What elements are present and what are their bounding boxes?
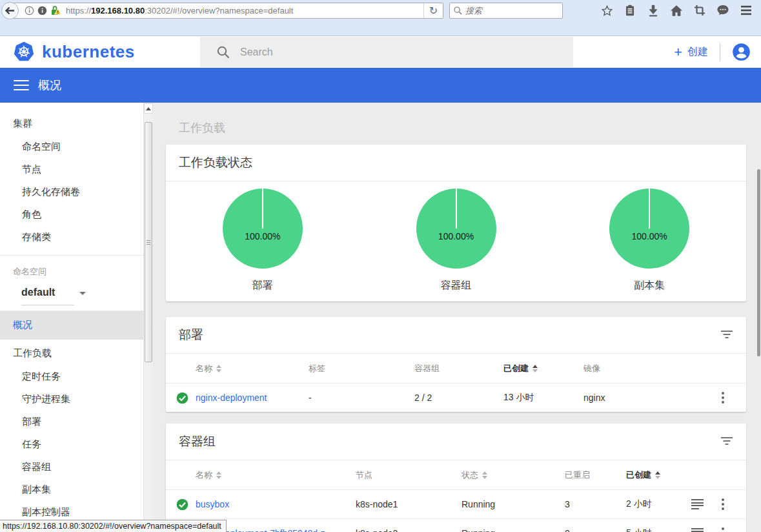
sidebar-item-nodes[interactable]: 节点 xyxy=(0,158,143,181)
pie-graphic: 100.00% xyxy=(609,189,689,269)
status-ok-icon xyxy=(176,392,188,404)
search-icon xyxy=(217,46,230,59)
brand-name: kubernetes xyxy=(42,42,135,62)
column-header-name[interactable]: 名称 xyxy=(196,469,356,481)
sort-icon-active xyxy=(533,365,538,373)
pod-node: k8s-node2 xyxy=(356,528,462,532)
bookmark-star-icon[interactable] xyxy=(600,3,614,17)
info-outline-icon[interactable] xyxy=(25,6,34,15)
sidebar-item-namespaces[interactable]: 命名空间 xyxy=(0,136,143,158)
create-button[interactable]: + 创建 xyxy=(674,45,708,59)
column-header-status[interactable]: 状态 xyxy=(462,469,565,481)
column-header-created[interactable]: 已创建 xyxy=(626,469,684,481)
pod-node: k8s-node1 xyxy=(356,499,462,509)
chat-bubble-icon[interactable] xyxy=(716,3,730,17)
pod-name-link[interactable]: busybox xyxy=(196,499,356,509)
pod-row: nginx-deployment-7bfb85948d-z… k8s-node2… xyxy=(166,518,746,532)
column-header-labels[interactable]: 标签 xyxy=(309,363,414,374)
pie-chart-label: 容器组 xyxy=(441,279,472,292)
sidebar-header-cluster: 集群 xyxy=(0,112,143,136)
downloads-icon[interactable] xyxy=(646,3,660,17)
logs-icon[interactable] xyxy=(691,526,704,532)
browser-search-input[interactable] xyxy=(465,6,543,15)
browser-search-box[interactable] xyxy=(449,3,563,19)
scroll-up-button[interactable] xyxy=(144,103,153,114)
column-header-created[interactable]: 已创建 xyxy=(503,363,583,374)
header-divider xyxy=(720,43,720,61)
search-icon xyxy=(454,6,462,15)
scrollbar-grip xyxy=(147,239,150,246)
sort-icon xyxy=(482,471,487,479)
sidebar-item-storage-classes[interactable]: 存储类 xyxy=(0,226,143,249)
column-header-pods[interactable]: 容器组 xyxy=(414,363,503,374)
url-bar[interactable]: https://192.168.10.80:30202/#!/overview?… xyxy=(10,3,443,19)
browser-menu-icon[interactable] xyxy=(739,3,753,17)
sidebar: 集群 命名空间 节点 持久化存储卷 角色 存储类 命名空间 default 概况… xyxy=(0,103,143,532)
sidebar-item-daemon-sets[interactable]: 守护进程集 xyxy=(0,388,143,411)
sort-icon xyxy=(216,471,221,479)
url-path: :30202/#!/overview?namespace=default xyxy=(145,6,293,15)
deployment-images: nginx xyxy=(583,393,710,403)
sort-icon-active xyxy=(655,471,660,479)
sidebar-item-overview[interactable]: 概况 xyxy=(0,311,143,340)
scrollbar-thumb[interactable] xyxy=(145,122,152,362)
pie-graphic: 100.00% xyxy=(223,189,303,269)
pods-card-title: 容器组 xyxy=(179,433,216,450)
deployment-pods: 2 / 2 xyxy=(414,393,503,403)
column-header-node[interactable]: 节点 xyxy=(356,469,462,481)
row-menu-icon[interactable] xyxy=(722,498,724,510)
url-text: https://192.168.10.80:30202/#!/overview?… xyxy=(66,6,423,15)
pods-table-header: 名称 节点 状态 已重启 已创建 xyxy=(166,460,746,490)
deployments-card: 部署 名称 标签 容器组 已创建 镜像 xyxy=(166,317,746,412)
k8s-brand[interactable]: kubernetes xyxy=(0,41,200,63)
page-header-title: 概况 xyxy=(38,77,61,93)
namespace-select[interactable]: default xyxy=(0,284,143,298)
screenshot-crop-icon[interactable] xyxy=(693,3,707,17)
account-icon[interactable] xyxy=(732,43,751,61)
dashboard-search-input[interactable] xyxy=(240,46,511,58)
app-bar: 概况 xyxy=(0,68,761,103)
row-menu-icon[interactable] xyxy=(722,527,724,532)
sidebar-item-roles[interactable]: 角色 xyxy=(0,203,143,226)
pods-card: 容器组 名称 节点 状态 已重启 已创建 xyxy=(166,424,746,532)
content-scrollbar-thumb[interactable] xyxy=(757,169,760,356)
column-header-name[interactable]: 名称 xyxy=(196,363,309,374)
sidebar-scrollbar[interactable] xyxy=(143,103,153,532)
nav-menu-icon[interactable] xyxy=(14,77,29,94)
bookmarks-menu-icon[interactable] xyxy=(623,3,637,17)
column-header-images[interactable]: 镜像 xyxy=(583,363,710,374)
pod-restarts: 0 xyxy=(565,528,626,532)
namespace-select-underline xyxy=(21,305,74,305)
sidebar-item-cron-jobs[interactable]: 定时任务 xyxy=(0,365,143,388)
logs-icon[interactable] xyxy=(691,498,704,511)
deployment-name-link[interactable]: nginx-deployment xyxy=(196,393,309,403)
filter-icon[interactable] xyxy=(720,437,733,446)
sort-icon xyxy=(216,365,221,373)
back-button[interactable] xyxy=(1,2,19,19)
permissions-info-icon[interactable] xyxy=(37,6,47,15)
pod-status: Running xyxy=(462,499,565,509)
deployment-row: nginx-deployment - 2 / 2 13 小时 nginx xyxy=(166,384,746,412)
pie-boundary-line xyxy=(262,189,263,229)
mixed-content-lock-icon[interactable] xyxy=(50,5,61,15)
pod-restarts: 3 xyxy=(565,499,626,509)
sidebar-header-workloads[interactable]: 工作负载 xyxy=(0,340,143,365)
column-header-restarts[interactable]: 已重启 xyxy=(565,469,626,481)
sidebar-item-replica-sets[interactable]: 副本集 xyxy=(0,478,143,501)
namespace-selected-value: default xyxy=(21,287,55,298)
back-arrow-icon xyxy=(5,6,15,15)
deployment-labels: - xyxy=(309,393,414,403)
sidebar-item-jobs[interactable]: 任务 xyxy=(0,433,143,456)
dashboard-search[interactable] xyxy=(200,37,573,67)
workload-status-card: 工作负载状态 100.00% 部署 100.00% xyxy=(166,145,746,302)
sidebar-item-pods[interactable]: 容器组 xyxy=(0,456,143,478)
pie-boundary-line xyxy=(649,189,650,229)
row-menu-icon[interactable] xyxy=(722,392,724,404)
url-host: 192.168.10.80 xyxy=(91,6,145,15)
filter-icon[interactable] xyxy=(720,331,733,340)
status-ok-icon xyxy=(176,498,188,511)
home-icon[interactable] xyxy=(669,3,684,17)
sidebar-item-deployments[interactable]: 部署 xyxy=(0,411,143,433)
reload-button[interactable]: ↻ xyxy=(423,3,443,18)
sidebar-item-persistent-volumes[interactable]: 持久化存储卷 xyxy=(0,181,143,203)
